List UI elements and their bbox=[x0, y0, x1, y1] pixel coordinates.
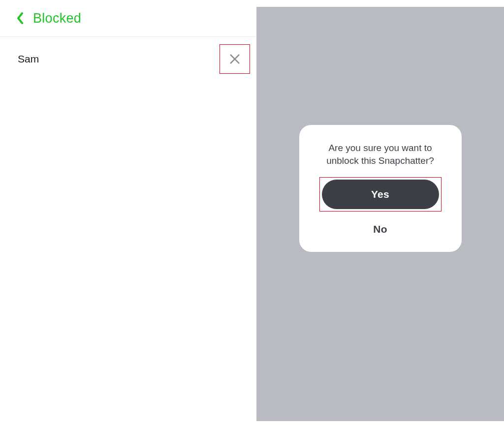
yes-button[interactable]: Yes bbox=[322, 180, 439, 209]
page-title: Blocked bbox=[33, 11, 81, 26]
yes-button-highlight: Yes bbox=[319, 177, 441, 212]
confirm-unblock-modal: Are you sure you want to unblock this Sn… bbox=[299, 125, 462, 251]
back-chevron-icon[interactable] bbox=[17, 12, 23, 24]
close-icon bbox=[229, 54, 240, 64]
blocked-list-panel: Blocked Sam bbox=[0, 0, 255, 428]
modal-message: Are you sure you want to unblock this Sn… bbox=[299, 142, 462, 167]
no-button[interactable]: No bbox=[363, 220, 397, 238]
blocked-user-name: Sam bbox=[18, 53, 39, 65]
unblock-x-button[interactable] bbox=[220, 44, 250, 74]
blocked-user-row: Sam bbox=[0, 37, 255, 81]
header: Blocked bbox=[0, 0, 255, 37]
modal-overlay: Are you sure you want to unblock this Sn… bbox=[256, 7, 504, 421]
